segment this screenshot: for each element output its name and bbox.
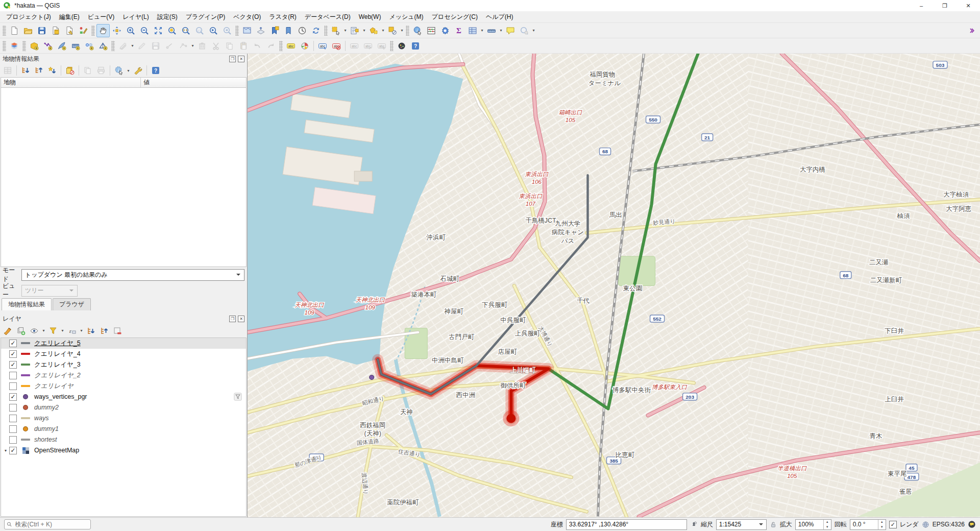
extents-toggle-icon[interactable] [690,521,698,528]
scale-combobox[interactable]: 1:15425 [716,519,767,530]
bookmark-show-button[interactable] [282,24,295,37]
locator-search[interactable] [4,519,91,529]
layer-row-dummy1[interactable]: dummy1 [1,424,246,435]
menu-item-1[interactable]: 編集(E) [55,12,84,22]
expand-new-button[interactable] [46,64,58,77]
layer-expand-icon[interactable]: ▾ [2,448,9,453]
collapse-all-button[interactable] [98,325,110,337]
float-panel-icon[interactable]: ❐ [229,56,236,62]
zoom-layer-button[interactable] [179,24,192,37]
sum-button[interactable]: Σ [452,24,465,37]
clear-results-button[interactable] [64,64,76,77]
restore-button[interactable]: ❐ [933,0,957,11]
data-source-button[interactable] [8,39,21,53]
menu-item-4[interactable]: 設定(S) [153,12,182,22]
legend-filter-dropdown-icon[interactable]: ▾ [60,325,65,337]
style-manager-button[interactable] [77,24,90,37]
spin-up-icon[interactable]: ▲ [878,520,886,525]
menu-item-9[interactable]: Web(W) [355,12,385,21]
remove-layer-button[interactable] [111,325,124,337]
layer-checkbox[interactable]: ✓ [9,350,17,358]
layer-row-クエリレイヤ_2[interactable]: クエリレイヤ_2 [1,370,246,381]
tree-expand-button[interactable] [19,64,32,77]
layer-checkbox[interactable] [9,425,17,433]
layout-manager-button[interactable] [63,24,76,37]
spin-up-icon[interactable]: ▲ [824,520,831,525]
layer-row-OpenStreetMap[interactable]: ▾✓OpenStreetMap [1,445,246,456]
spin-down-icon[interactable]: ▼ [878,524,886,529]
layer-checkbox[interactable] [9,415,17,422]
select-features-button[interactable] [329,24,342,37]
layer-checkbox[interactable]: ✓ [9,340,17,347]
new-spatialite-button[interactable] [55,39,68,53]
help-button[interactable]: ? [150,64,162,77]
toolbar-grip[interactable] [3,26,6,36]
layer-checkbox[interactable] [9,382,17,390]
layer-checkbox[interactable]: ✓ [9,361,17,369]
minimize-button[interactable]: – [910,0,933,11]
render-checkbox[interactable]: ✓ [889,521,897,528]
open-project-button[interactable] [21,24,35,37]
diagrams-button[interactable] [298,39,311,53]
filter-expression-dropdown-icon[interactable]: ▾ [79,325,84,337]
identify-mode-dropdown-icon[interactable]: ▾ [126,64,131,77]
new-gpkg-button[interactable] [28,39,41,53]
visibility-button[interactable] [28,325,40,337]
zoom-full-button[interactable] [152,24,165,37]
label-pin-button[interactable]: abc [316,39,329,53]
float-panel-icon[interactable]: ❐ [229,316,236,322]
map-tips-button[interactable] [504,24,517,37]
select-by-value-dropdown-icon[interactable]: ▾ [362,25,366,37]
layer-checkbox[interactable] [9,436,17,444]
statistics-button[interactable] [425,24,438,37]
identify-results-tree[interactable] [1,88,247,267]
search-input[interactable] [14,520,88,528]
menu-item-5[interactable]: プラグイン(P) [182,12,229,22]
map-3d-button[interactable] [254,24,267,37]
layer-checkbox[interactable] [9,372,17,379]
label-unpin-button[interactable]: abc [330,39,343,53]
help-button[interactable]: ? [409,39,422,53]
close-panel-icon[interactable]: ✕ [238,56,244,62]
identify-button[interactable]: i [411,24,424,37]
layer-filter-icon[interactable] [234,393,242,402]
toolbar-grip[interactable] [22,41,26,51]
menu-item-7[interactable]: ラスタ(R) [265,12,301,22]
measure-dropdown-icon[interactable]: ▾ [499,25,503,37]
layer-checkbox[interactable]: ✓ [9,393,17,401]
layer-checkbox[interactable] [9,404,17,412]
close-panel-icon[interactable]: ✕ [238,316,244,322]
settings-wrench-button[interactable] [132,64,144,77]
menu-item-8[interactable]: データベース(D) [301,12,355,22]
attr-table-button[interactable] [466,24,479,37]
menu-item-10[interactable]: メッシュ(M) [385,12,427,22]
save-project-button[interactable] [35,24,48,37]
vertex-tool-dropdown-icon[interactable]: ▾ [190,40,195,52]
rotation-spinner[interactable]: 0.0 ° ▲▼ [850,519,886,530]
legend-filter-button[interactable] [47,325,59,337]
crs-code[interactable]: EPSG:4326 [933,521,965,528]
zoom-last-button[interactable] [207,24,220,37]
add-group-button[interactable] [15,325,27,337]
processing-button[interactable] [438,24,452,37]
style-brush-button[interactable] [2,325,14,337]
select-features-dropdown-icon[interactable]: ▾ [343,25,348,37]
layer-row-クエリレイヤ_3[interactable]: ✓クエリレイヤ_3 [1,359,246,370]
layer-row-shortest[interactable]: shortest [1,435,246,445]
toolbar-grip[interactable] [390,41,394,51]
column-value[interactable]: 値 [141,78,246,87]
toolbar-grip[interactable] [406,26,409,36]
new-layout-button[interactable] [49,24,62,37]
new-mesh-button[interactable] [96,39,110,53]
bookmark-new-button[interactable] [268,24,281,37]
pan-map-button[interactable] [96,24,110,37]
toolbar-overflow-button[interactable] [965,24,978,37]
deselect-dropdown-icon[interactable]: ▾ [400,25,404,37]
toolbar-grip[interactable] [324,26,328,36]
magnifier-spinner[interactable]: 100% ▲▼ [795,519,831,530]
menu-item-11[interactable]: プロセシング(C) [428,12,482,22]
crs-globe-icon[interactable] [922,521,929,528]
layer-row-クエリレイヤ_5[interactable]: ✓クエリレイヤ_5 [1,338,246,349]
identify-mode-button[interactable]: i [113,64,125,77]
menu-item-12[interactable]: ヘルプ(H) [482,12,518,22]
